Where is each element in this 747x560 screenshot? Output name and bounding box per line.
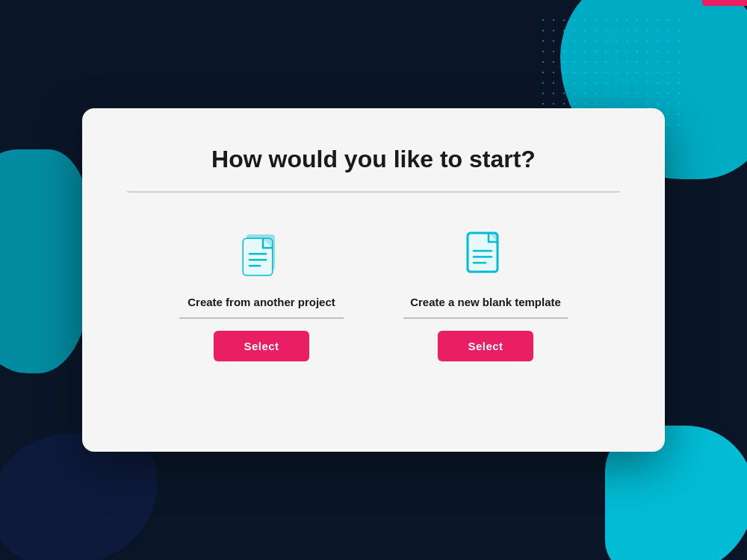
svg-rect-6 bbox=[468, 233, 498, 272]
option-blank-template: Create a new blank template Select bbox=[403, 230, 568, 361]
svg-rect-2 bbox=[244, 239, 272, 275]
select-blank-template-button[interactable]: Select bbox=[438, 331, 533, 361]
option-from-project: Create from another project Select bbox=[179, 230, 344, 361]
option-from-project-label: Create from another project bbox=[179, 296, 344, 319]
bg-blob-dark-bottom-left bbox=[0, 433, 157, 560]
start-modal: How would you like to start? bbox=[82, 108, 665, 452]
modal-title: How would you like to start? bbox=[127, 146, 620, 173]
document-copy-icon bbox=[241, 230, 282, 281]
option-blank-template-label: Create a new blank template bbox=[403, 296, 568, 319]
bg-blob-pink-top-right bbox=[702, 0, 747, 6]
modal-divider bbox=[127, 191, 620, 193]
document-blank-icon bbox=[465, 230, 506, 281]
options-container: Create from another project Select Creat… bbox=[127, 230, 620, 361]
select-from-project-button[interactable]: Select bbox=[214, 331, 309, 361]
bg-blob-teal-left bbox=[0, 149, 90, 373]
